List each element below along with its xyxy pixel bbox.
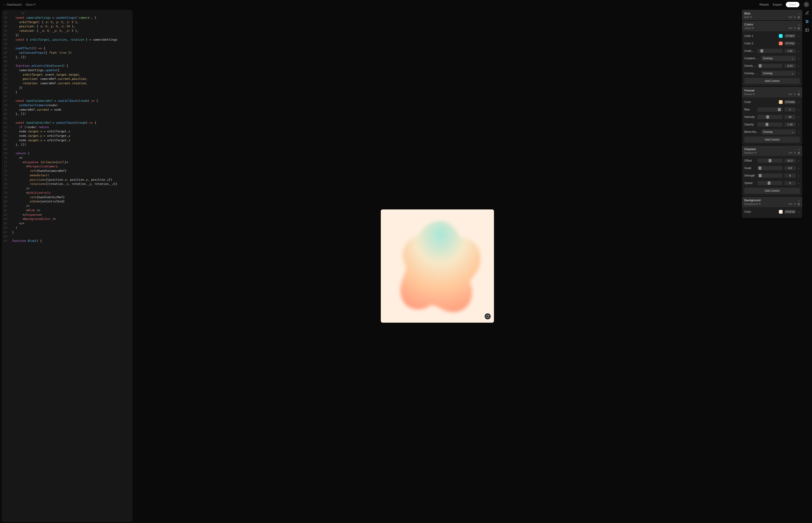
section-header-colors[interactable]: ⋮⋮ Colors colors ⧉ ⌄ </>✎🗑	[742, 21, 802, 31]
edit-tool-icon[interactable]	[805, 11, 809, 16]
avatar[interactable]	[804, 2, 809, 7]
sliders-tool-icon[interactable]	[805, 19, 809, 24]
slider-value[interactable]: 52.3	[785, 159, 796, 163]
delete-icon[interactable]: 🗑	[797, 16, 800, 19]
copy-icon[interactable]: ⧉	[752, 26, 754, 30]
add-control-button[interactable]: Add Control	[744, 188, 800, 194]
chevron-left-icon[interactable]: ‹	[797, 108, 800, 111]
code-icon[interactable]: </>	[789, 16, 792, 19]
delete-icon[interactable]: 🗑	[797, 202, 800, 206]
drag-handle-icon[interactable]: ⋮⋮	[742, 201, 745, 203]
resize-button[interactable]: Resize	[759, 3, 769, 6]
chevron-left-icon[interactable]: ‹	[797, 181, 800, 185]
slider-value[interactable]: 0.8	[785, 166, 796, 170]
chevron-left-icon[interactable]: ‹	[797, 115, 800, 119]
select[interactable]: Overlay⌄	[761, 129, 796, 134]
code-editor[interactable]: 37 */38 const cameraSettings = useSettin…	[2, 10, 133, 522]
chevron-left-icon[interactable]: ‹	[797, 101, 800, 104]
row-blend-mode: Blend ModeOverlay⌄‹	[744, 128, 800, 136]
slider-value[interactable]: 44	[785, 115, 796, 119]
color-value[interactable]: 27F6FF	[785, 34, 796, 38]
dashboard-link[interactable]: ←Dashboard	[3, 3, 22, 6]
color-swatch[interactable]	[779, 34, 782, 38]
drag-handle-icon[interactable]: ⋮⋮	[742, 149, 745, 152]
chevron-left-icon[interactable]: ‹	[797, 130, 800, 134]
slider[interactable]	[757, 159, 782, 163]
slider[interactable]	[757, 49, 782, 53]
section-header-displace[interactable]: ⋮⋮ Displace displace ⧉ ⌄ </>✎🗑	[742, 145, 802, 156]
select[interactable]: Overlay⌄	[761, 56, 796, 61]
section-header-blob[interactable]: ⋮⋮ Blob blob ⧉ ⌄ </>✎🗑	[742, 10, 802, 20]
refresh-button[interactable]	[485, 313, 491, 319]
slider-value[interactable]: 0	[785, 181, 796, 185]
delete-icon[interactable]: 🗑	[797, 151, 800, 155]
edit-icon[interactable]: ✎	[794, 151, 796, 155]
drag-handle-icon[interactable]: ⋮⋮	[742, 14, 745, 16]
delete-icon[interactable]: 🗑	[797, 26, 800, 30]
edit-icon[interactable]: ✎	[794, 26, 796, 30]
color-swatch[interactable]	[779, 41, 782, 45]
slider-value[interactable]: 1.01	[785, 49, 796, 53]
collapse-icon[interactable]: ⌄	[798, 23, 800, 26]
drag-handle-icon[interactable]: ⋮⋮	[742, 91, 745, 93]
chevron-left-icon[interactable]: ‹	[797, 34, 800, 38]
add-control-button[interactable]: Add Control	[744, 137, 800, 143]
svg-point-0	[806, 3, 807, 4]
save-button[interactable]: Save	[786, 2, 799, 7]
color-swatch[interactable]	[779, 100, 782, 104]
slider[interactable]	[757, 64, 782, 68]
collapse-icon[interactable]: ⌄	[798, 147, 800, 151]
slider[interactable]	[757, 107, 782, 112]
chevron-left-icon[interactable]: ‹	[797, 72, 800, 75]
slider[interactable]	[757, 122, 782, 127]
section-header-fresnel[interactable]: ⋮⋮ Fresnel fresnel ⧉ ⌄ </>✎🗑	[742, 87, 802, 97]
edit-icon[interactable]: ✎	[794, 16, 796, 19]
slider[interactable]	[757, 181, 782, 185]
code-icon[interactable]: </>	[789, 202, 792, 206]
copy-icon[interactable]: ⧉	[759, 202, 760, 205]
canvas[interactable]	[381, 210, 494, 323]
color-swatch[interactable]	[779, 210, 782, 214]
chevron-left-icon[interactable]: ‹	[797, 64, 800, 68]
collapse-icon[interactable]: ⌄	[798, 198, 800, 202]
code-icon[interactable]: </>	[789, 93, 792, 96]
slider[interactable]	[757, 115, 782, 119]
row-color: ColorFFEFE0‹	[744, 208, 800, 216]
add-control-button[interactable]: Add Control	[744, 78, 800, 84]
edit-icon[interactable]: ✎	[794, 202, 796, 206]
svg-point-5	[808, 21, 808, 22]
copy-icon[interactable]: ⧉	[755, 151, 756, 154]
collapse-icon[interactable]: ⌄	[798, 12, 800, 15]
slider-value[interactable]: 1	[785, 107, 796, 112]
chevron-left-icon[interactable]: ‹	[797, 42, 800, 45]
color-value[interactable]: FFD49D	[785, 100, 796, 104]
chevron-left-icon[interactable]: ‹	[797, 174, 800, 177]
code-icon[interactable]: </>	[789, 151, 792, 155]
export-button[interactable]: Export	[773, 3, 782, 6]
slider-value[interactable]: 1.29	[785, 122, 796, 127]
chevron-left-icon[interactable]: ‹	[797, 166, 800, 170]
table-tool-icon[interactable]	[805, 28, 809, 33]
collapse-icon[interactable]: ⌄	[798, 89, 800, 92]
chevron-left-icon[interactable]: ‹	[797, 49, 800, 53]
slider-value[interactable]: 6	[785, 174, 796, 178]
copy-icon[interactable]: ⧉	[753, 93, 755, 95]
color-value[interactable]: FF7F61	[785, 41, 796, 46]
chevron-left-icon[interactable]: ‹	[797, 159, 800, 162]
chevron-left-icon[interactable]: ‹	[797, 210, 800, 214]
slider-value[interactable]: 0.23	[785, 64, 796, 68]
section-header-background[interactable]: ⋮⋮ Background background ⧉ ⌄ </>✎🗑	[742, 197, 802, 207]
chevron-left-icon[interactable]: ‹	[797, 123, 800, 126]
edit-icon[interactable]: ✎	[794, 93, 796, 96]
delete-icon[interactable]: 🗑	[797, 93, 800, 96]
copy-icon[interactable]: ⧉	[750, 16, 752, 18]
drag-handle-icon[interactable]: ⋮⋮	[742, 25, 745, 27]
slider[interactable]	[757, 166, 782, 170]
color-value[interactable]: FFEFE0	[785, 210, 796, 214]
docs-link[interactable]: Docs ⧉	[26, 3, 36, 6]
select[interactable]: Overlay⌄	[761, 71, 796, 76]
viewport	[133, 9, 742, 523]
chevron-left-icon[interactable]: ‹	[797, 57, 800, 60]
code-icon[interactable]: </>	[789, 26, 792, 30]
slider[interactable]	[757, 174, 782, 178]
